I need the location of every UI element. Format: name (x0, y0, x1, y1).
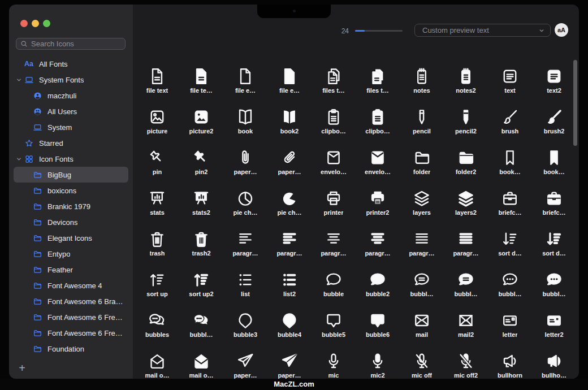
glyph-cell-mail-x[interactable]: mail2 (444, 306, 488, 346)
glyph-cell-file-text-fill[interactable]: file te… (179, 62, 223, 102)
glyph-cell-para-left[interactable]: paragr… (223, 224, 267, 265)
glyph-cell-briefcase[interactable]: briefc… (488, 184, 532, 224)
glyph-cell-bubble-round[interactable]: bubble3 (223, 306, 267, 346)
glyph-cell-pin[interactable]: pin (135, 143, 179, 184)
sidebar-item-icon-fonts[interactable]: Icon Fonts (14, 151, 128, 167)
sidebar-item-boxicons[interactable]: boxicons (14, 183, 128, 198)
glyph-cell-pie-fill[interactable]: pie ch… (267, 184, 312, 224)
glyph-cell-file[interactable]: file e… (223, 62, 267, 102)
sidebar-item-all-fonts[interactable]: AaAll Fonts (14, 56, 128, 72)
glyph-cell-para-center[interactable]: paragr… (312, 224, 356, 265)
glyph-cell-bubble[interactable]: bubble (312, 265, 356, 306)
add-font-button[interactable]: + (16, 362, 28, 374)
glyph-cell-pin-fill[interactable]: pin2 (179, 143, 223, 184)
glyph-cell-pencil-fill[interactable]: pencil2 (444, 102, 488, 143)
glyph-cell-pencil[interactable]: pencil (400, 102, 444, 143)
glyph-cell-list[interactable]: list (223, 265, 267, 306)
glyph-cell-mail-open[interactable]: mail o… (135, 346, 179, 379)
glyph-cell-bubble-round-fill[interactable]: bubble4 (267, 306, 312, 346)
glyph-cell-pie[interactable]: pie ch… (223, 184, 267, 224)
glyph-cell-envelope[interactable]: envelo… (312, 143, 356, 184)
glyph-cell-bubble-dots[interactable]: bubbl… (488, 265, 532, 306)
glyph-cell-paperplane[interactable]: paper… (223, 346, 267, 379)
glyph-cell-brush[interactable]: brush (488, 102, 532, 143)
preview-text-dropdown[interactable]: Custom preview text (414, 24, 551, 37)
glyph-cell-files-fill[interactable]: files t… (356, 62, 400, 102)
glyph-cell-text-fill[interactable]: text2 (532, 62, 576, 102)
glyph-cell-bubble-lines-fill[interactable]: bubbl… (444, 265, 488, 306)
glyph-cell-mail-open-fill[interactable]: mail o… (179, 346, 223, 379)
glyph-cell-trash-fill[interactable]: trash2 (179, 224, 223, 265)
glyph-cell-bullhorn[interactable]: bullhorn (488, 346, 532, 379)
search-input[interactable] (31, 40, 121, 48)
search-field[interactable] (16, 38, 126, 50)
glyph-cell-bubble-fill[interactable]: bubble2 (356, 265, 400, 306)
glyph-cell-printer-fill[interactable]: printer2 (356, 184, 400, 224)
minimize-button[interactable] (32, 20, 39, 27)
glyph-cell-clipboard-fill[interactable]: clipbo… (356, 102, 400, 143)
text-size-button[interactable]: aA (555, 23, 568, 37)
sidebar-item-maczhuli[interactable]: maczhuli (14, 88, 128, 103)
glyph-cell-folder-fill[interactable]: folder2 (444, 143, 488, 184)
glyph-cell-envelope-fill[interactable]: envelo… (356, 143, 400, 184)
glyph-cell-sort-up-bold[interactable]: sort up2 (179, 265, 223, 306)
glyph-cell-notes[interactable]: notes (400, 62, 444, 102)
glyph-cell-stats-fill[interactable]: stats2 (179, 184, 223, 224)
glyph-cell-mic-off-fill[interactable]: mic off2 (444, 346, 488, 379)
sidebar-item-system[interactable]: System (14, 119, 128, 135)
sidebar-item-brankic-1979[interactable]: Brankic 1979 (14, 198, 128, 214)
glyph-cell-briefcase-fill[interactable]: briefc… (532, 184, 576, 224)
glyph-cell-para-justify-bold[interactable]: paragr… (444, 224, 488, 265)
sidebar-item-elegant-icons[interactable]: Elegant Icons (14, 230, 128, 246)
sidebar-item-system-fonts[interactable]: System Fonts (14, 72, 128, 88)
glyph-cell-list-bold[interactable]: list2 (267, 265, 312, 306)
glyph-cell-paperclip-diag[interactable]: paper… (267, 143, 312, 184)
glyph-cell-files[interactable]: files t… (312, 62, 356, 102)
sidebar-item-feather[interactable]: Feather (14, 262, 128, 278)
glyph-cell-bookmark[interactable]: book… (488, 143, 532, 184)
glyph-cell-para-center-bold[interactable]: paragr… (356, 224, 400, 265)
glyph-cell-printer[interactable]: printer (312, 184, 356, 224)
close-button[interactable] (20, 20, 28, 27)
glyph-cell-mic-off[interactable]: mic off (400, 346, 444, 379)
glyph-cell-sort-down[interactable]: sort d… (488, 224, 532, 265)
glyph-cell-folder[interactable]: folder (400, 143, 444, 184)
sidebar-item-all-users[interactable]: All Users (14, 103, 128, 119)
zoom-button[interactable] (43, 20, 50, 27)
glyph-cell-picture-fill[interactable]: picture2 (179, 102, 223, 143)
glyph-cell-para-left-bold[interactable]: paragr… (267, 224, 312, 265)
sidebar-item-font-awesome-6-bra[interactable]: Font Awesome 6 Bra… (14, 293, 128, 309)
glyph-cell-sort-down-bold[interactable]: sort d… (532, 224, 576, 265)
glyph-cell-file-fill[interactable]: file e… (267, 62, 312, 102)
glyph-cell-notes-fill[interactable]: notes2 (444, 62, 488, 102)
glyph-cell-paperclip[interactable]: paper… (223, 143, 267, 184)
glyph-cell-stats[interactable]: stats (135, 184, 179, 224)
chevron-down-icon[interactable] (16, 156, 24, 162)
glyph-cell-bubble-square-fill[interactable]: bubble6 (356, 306, 400, 346)
sidebar-item-devicons[interactable]: Devicons (14, 214, 128, 230)
scrollbar[interactable] (573, 60, 577, 146)
sidebar-item-bigbug[interactable]: BigBug (14, 167, 128, 183)
glyph-cell-mic[interactable]: mic (312, 346, 356, 379)
glyph-cell-clipboard[interactable]: clipbo… (312, 102, 356, 143)
glyph-cell-book[interactable]: book (223, 102, 267, 143)
glyph-cell-mail[interactable]: mail (400, 306, 444, 346)
glyph-cell-sort-up[interactable]: sort up (135, 265, 179, 306)
sidebar-item-font-awesome-4[interactable]: Font Awesome 4 (14, 278, 128, 293)
glyph-cell-layers[interactable]: layers (400, 184, 444, 224)
glyph-cell-bubble-square[interactable]: bubble5 (312, 306, 356, 346)
glyph-cell-trash[interactable]: trash (135, 224, 179, 265)
glyph-cell-picture[interactable]: picture (135, 102, 179, 143)
glyph-cell-text[interactable]: text (488, 62, 532, 102)
glyph-cell-letter-fill[interactable]: letter2 (532, 306, 576, 346)
glyph-cell-book-fill[interactable]: book2 (267, 102, 312, 143)
glyph-cell-mic-fill[interactable]: mic2 (356, 346, 400, 379)
glyph-cell-bubbles[interactable]: bubbles (135, 306, 179, 346)
glyph-cell-letter[interactable]: letter (488, 306, 532, 346)
glyph-cell-bookmark-fill[interactable]: book… (532, 143, 576, 184)
sidebar-item-font-awesome-6-fre[interactable]: Font Awesome 6 Fre… (14, 325, 128, 341)
glyph-cell-paperplane-fill[interactable]: paper… (267, 346, 312, 379)
chevron-down-icon[interactable] (16, 77, 24, 83)
glyph-cell-file-text[interactable]: file text (135, 62, 179, 102)
size-slider[interactable] (355, 25, 403, 36)
